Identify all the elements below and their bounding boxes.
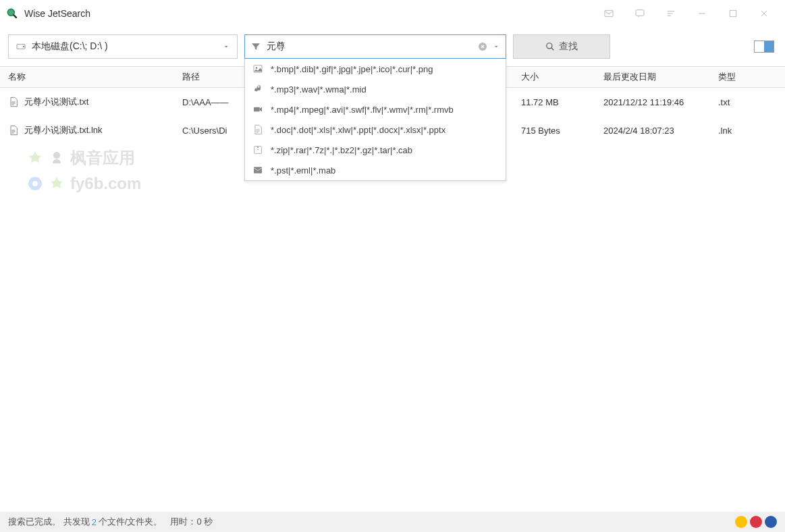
titlebar: Wise JetSearch — [0, 0, 785, 27]
maximize-button[interactable] — [718, 0, 749, 27]
filter-label: *.zip|*.rar|*.7z|*.|*.bz2|*.gz|*.tar|*.c… — [271, 145, 412, 155]
filter-label: *.bmp|*.dib|*.gif|*.jpg|*.jpe|*.ico|*.cu… — [271, 64, 433, 74]
status-time-value: 0 秒 — [196, 516, 213, 528]
music-icon — [252, 83, 264, 95]
filter-item-document[interactable]: *.doc|*.dot|*.xls|*.xlw|*.ppt|*.docx|*.x… — [245, 119, 506, 140]
column-size[interactable]: 大小 — [521, 71, 603, 83]
status-mid: 个文件/文件夹。 — [99, 516, 163, 528]
feedback-button[interactable] — [624, 0, 655, 27]
file-name: 元尊小说测试.txt.lnk — [24, 124, 103, 136]
filter-label: *.mp3|*.wav|*.wma|*.mid — [271, 84, 367, 95]
svg-point-12 — [547, 43, 552, 49]
filter-item-video[interactable]: *.mp4|*.mpeg|*.avi|*.swf|*.flv|*.wmv|*.r… — [245, 99, 506, 119]
drive-selector[interactable]: 本地磁盘(C:\; D:\ ) — [8, 34, 238, 59]
file-type: .lnk — [718, 126, 785, 136]
file-date: 2021/12/12 11:19:46 — [603, 97, 718, 107]
file-name: 元尊小说测试.txt — [24, 96, 88, 108]
filter-item-archive[interactable]: *.zip|*.rar|*.7z|*.|*.bz2|*.gz|*.tar|*.c… — [245, 140, 506, 160]
svg-rect-1 — [605, 10, 613, 16]
column-type[interactable]: 类型 — [718, 71, 785, 83]
status-time-label: 用时： — [170, 516, 196, 528]
app-title: Wise JetSearch — [24, 8, 90, 19]
search-input[interactable] — [267, 41, 477, 52]
statusbar: 搜索已完成。 共发现 2 个文件/文件夹。 用时： 0 秒 — [0, 512, 785, 532]
filter-dropdown: *.bmp|*.dib|*.gif|*.jpg|*.jpe|*.ico|*.cu… — [244, 59, 506, 181]
svg-rect-11 — [254, 167, 262, 173]
minimize-button[interactable] — [686, 0, 718, 27]
file-type: .txt — [718, 97, 785, 107]
column-name[interactable]: 名称 — [0, 71, 182, 83]
file-size: 11.72 MB — [521, 97, 603, 107]
file-date: 2024/2/4 18:07:23 — [603, 126, 718, 136]
watermark: 枫音应用 fy6b.com — [27, 147, 141, 193]
svg-rect-9 — [254, 107, 260, 112]
clear-icon[interactable] — [477, 41, 488, 52]
close-button[interactable] — [749, 0, 780, 27]
filter-label: *.doc|*.dot|*.xls|*.xlw|*.ppt|*.docx|*.x… — [271, 125, 445, 135]
status-count: 2 — [92, 517, 97, 527]
file-icon — [8, 97, 19, 107]
filter-item-music[interactable]: *.mp3|*.wav|*.wma|*.mid — [245, 79, 506, 99]
filter-item-mail[interactable]: *.pst|*.eml|*.mab — [245, 160, 506, 180]
app-icon — [5, 7, 19, 20]
chevron-down-icon — [222, 43, 230, 51]
status-prefix: 搜索已完成。 共发现 — [8, 516, 90, 528]
menu-button[interactable] — [655, 0, 686, 27]
search-box — [244, 34, 506, 59]
dropdown-arrow-icon[interactable] — [492, 43, 500, 51]
file-size: 715 Bytes — [521, 126, 603, 136]
weibo-icon[interactable] — [750, 516, 762, 528]
svg-point-15 — [32, 181, 38, 186]
svg-rect-2 — [636, 10, 644, 16]
video-icon — [252, 103, 264, 115]
search-icon — [545, 42, 555, 51]
filter-label: *.mp4|*.mpeg|*.avi|*.swf|*.flv|*.wmv|*.r… — [271, 105, 454, 115]
view-toggle[interactable] — [754, 41, 774, 53]
document-icon — [252, 124, 264, 136]
status-badge-icon[interactable] — [735, 516, 747, 528]
search-button-label: 查找 — [559, 41, 578, 53]
svg-point-5 — [23, 46, 24, 47]
filter-icon — [250, 41, 261, 52]
drive-icon — [16, 41, 26, 52]
column-date[interactable]: 最后更改日期 — [603, 71, 718, 83]
share-icon[interactable] — [765, 516, 777, 528]
svg-point-8 — [256, 67, 258, 69]
svg-point-13 — [53, 152, 60, 159]
image-icon — [252, 63, 264, 75]
filter-label: *.pst|*.eml|*.mab — [271, 165, 335, 176]
drive-label: 本地磁盘(C:\; D:\ ) — [32, 41, 222, 53]
toolbar: 本地磁盘(C:\; D:\ ) *.bmp|*.dib|*.gif|*.jpg|… — [0, 27, 785, 66]
svg-rect-3 — [730, 10, 736, 16]
svg-point-14 — [28, 177, 42, 190]
archive-icon — [252, 144, 264, 156]
search-button[interactable]: 查找 — [513, 34, 610, 59]
mail-button[interactable] — [593, 0, 624, 27]
filter-item-image[interactable]: *.bmp|*.dib|*.gif|*.jpg|*.jpe|*.ico|*.cu… — [245, 59, 506, 79]
mail-icon — [252, 164, 264, 176]
file-icon — [8, 125, 19, 136]
